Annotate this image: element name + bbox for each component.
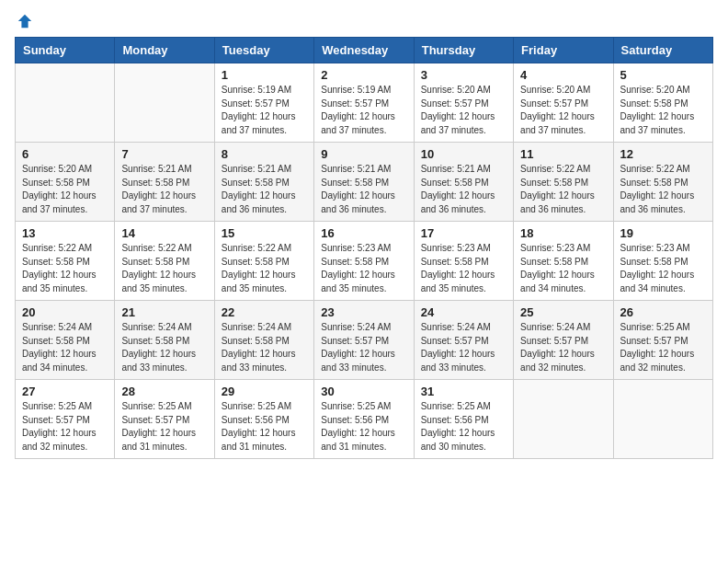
calendar-cell: 29Sunrise: 5:25 AM Sunset: 5:56 PM Dayli…: [214, 380, 313, 459]
day-number: 19: [620, 226, 706, 240]
day-number: 15: [222, 226, 307, 240]
day-detail: Sunrise: 5:24 AM Sunset: 5:58 PM Dayligh…: [121, 321, 207, 374]
calendar-week-row: 6Sunrise: 5:20 AM Sunset: 5:58 PM Daylig…: [16, 143, 713, 222]
calendar-cell: 6Sunrise: 5:20 AM Sunset: 5:58 PM Daylig…: [16, 143, 115, 222]
day-number: 22: [222, 305, 307, 319]
calendar-cell: 9Sunrise: 5:21 AM Sunset: 5:58 PM Daylig…: [314, 143, 414, 222]
calendar-cell: 14Sunrise: 5:22 AM Sunset: 5:58 PM Dayli…: [115, 222, 214, 301]
day-number: 10: [421, 147, 506, 161]
day-detail: Sunrise: 5:22 AM Sunset: 5:58 PM Dayligh…: [121, 242, 207, 295]
day-number: 7: [121, 147, 207, 161]
day-detail: Sunrise: 5:25 AM Sunset: 5:56 PM Dayligh…: [222, 400, 307, 454]
day-detail: Sunrise: 5:25 AM Sunset: 5:57 PM Dayligh…: [121, 400, 207, 454]
day-number: 27: [22, 385, 108, 398]
day-detail: Sunrise: 5:25 AM Sunset: 5:56 PM Dayligh…: [421, 400, 506, 454]
day-detail: Sunrise: 5:20 AM Sunset: 5:57 PM Dayligh…: [421, 84, 506, 137]
day-number: 6: [22, 147, 108, 161]
calendar-cell: 19Sunrise: 5:23 AM Sunset: 5:58 PM Dayli…: [613, 222, 712, 301]
logo-icon: [17, 13, 33, 29]
calendar-cell: 21Sunrise: 5:24 AM Sunset: 5:58 PM Dayli…: [115, 301, 214, 380]
day-detail: Sunrise: 5:21 AM Sunset: 5:58 PM Dayligh…: [321, 163, 406, 216]
calendar-cell: 28Sunrise: 5:25 AM Sunset: 5:57 PM Dayli…: [115, 380, 214, 459]
calendar-cell: [613, 380, 712, 459]
day-detail: Sunrise: 5:24 AM Sunset: 5:58 PM Dayligh…: [22, 321, 108, 374]
calendar-cell: 10Sunrise: 5:21 AM Sunset: 5:58 PM Dayli…: [414, 143, 513, 222]
day-detail: Sunrise: 5:20 AM Sunset: 5:58 PM Dayligh…: [620, 84, 706, 137]
day-detail: Sunrise: 5:21 AM Sunset: 5:58 PM Dayligh…: [421, 163, 506, 216]
day-detail: Sunrise: 5:22 AM Sunset: 5:58 PM Dayligh…: [620, 163, 706, 216]
day-detail: Sunrise: 5:22 AM Sunset: 5:58 PM Dayligh…: [520, 163, 606, 216]
calendar-cell: 26Sunrise: 5:25 AM Sunset: 5:57 PM Dayli…: [613, 301, 712, 380]
day-detail: Sunrise: 5:22 AM Sunset: 5:58 PM Dayligh…: [22, 242, 108, 295]
day-detail: Sunrise: 5:22 AM Sunset: 5:58 PM Dayligh…: [222, 242, 307, 295]
weekday-header-row: SundayMondayTuesdayWednesdayThursdayFrid…: [16, 38, 713, 63]
svg-marker-0: [18, 15, 31, 28]
weekday-header-monday: Monday: [115, 38, 214, 63]
day-detail: Sunrise: 5:25 AM Sunset: 5:57 PM Dayligh…: [22, 400, 108, 454]
day-detail: Sunrise: 5:23 AM Sunset: 5:58 PM Dayligh…: [421, 242, 506, 295]
day-number: 14: [121, 226, 207, 240]
calendar-cell: 16Sunrise: 5:23 AM Sunset: 5:58 PM Dayli…: [314, 222, 414, 301]
day-number: 24: [421, 305, 506, 319]
calendar-cell: 31Sunrise: 5:25 AM Sunset: 5:56 PM Dayli…: [414, 380, 513, 459]
day-number: 2: [321, 68, 406, 82]
calendar-cell: 22Sunrise: 5:24 AM Sunset: 5:58 PM Dayli…: [214, 301, 313, 380]
weekday-header-sunday: Sunday: [16, 38, 115, 63]
day-number: 16: [321, 226, 406, 240]
day-detail: Sunrise: 5:19 AM Sunset: 5:57 PM Dayligh…: [321, 84, 406, 137]
calendar-cell: 24Sunrise: 5:24 AM Sunset: 5:57 PM Dayli…: [414, 301, 513, 380]
day-number: 29: [222, 385, 307, 398]
calendar-week-row: 1Sunrise: 5:19 AM Sunset: 5:57 PM Daylig…: [16, 63, 713, 143]
day-detail: Sunrise: 5:20 AM Sunset: 5:58 PM Dayligh…: [22, 163, 108, 216]
calendar-cell: [115, 63, 214, 143]
day-detail: Sunrise: 5:23 AM Sunset: 5:58 PM Dayligh…: [520, 242, 606, 295]
day-detail: Sunrise: 5:21 AM Sunset: 5:58 PM Dayligh…: [121, 163, 207, 216]
calendar-cell: [16, 63, 115, 143]
day-detail: Sunrise: 5:24 AM Sunset: 5:57 PM Dayligh…: [321, 321, 406, 374]
weekday-header-friday: Friday: [514, 38, 613, 63]
calendar-cell: 13Sunrise: 5:22 AM Sunset: 5:58 PM Dayli…: [16, 222, 115, 301]
day-detail: Sunrise: 5:24 AM Sunset: 5:57 PM Dayligh…: [520, 321, 606, 374]
calendar-cell: 27Sunrise: 5:25 AM Sunset: 5:57 PM Dayli…: [16, 380, 115, 459]
day-number: 11: [520, 147, 606, 161]
day-number: 26: [620, 305, 706, 319]
day-detail: Sunrise: 5:24 AM Sunset: 5:58 PM Dayligh…: [222, 321, 307, 374]
calendar-week-row: 27Sunrise: 5:25 AM Sunset: 5:57 PM Dayli…: [16, 380, 713, 459]
calendar-cell: [514, 380, 613, 459]
weekday-header-tuesday: Tuesday: [214, 38, 313, 63]
day-detail: Sunrise: 5:23 AM Sunset: 5:58 PM Dayligh…: [321, 242, 406, 295]
calendar-cell: 15Sunrise: 5:22 AM Sunset: 5:58 PM Dayli…: [214, 222, 313, 301]
day-number: 1: [222, 68, 307, 82]
day-number: 25: [520, 305, 606, 319]
day-detail: Sunrise: 5:20 AM Sunset: 5:57 PM Dayligh…: [520, 84, 606, 137]
day-number: 12: [620, 147, 706, 161]
weekday-header-saturday: Saturday: [613, 38, 712, 63]
calendar-cell: 18Sunrise: 5:23 AM Sunset: 5:58 PM Dayli…: [514, 222, 613, 301]
calendar-cell: 23Sunrise: 5:24 AM Sunset: 5:57 PM Dayli…: [314, 301, 414, 380]
day-number: 4: [520, 68, 606, 82]
calendar-week-row: 13Sunrise: 5:22 AM Sunset: 5:58 PM Dayli…: [16, 222, 713, 301]
calendar-cell: 20Sunrise: 5:24 AM Sunset: 5:58 PM Dayli…: [16, 301, 115, 380]
calendar-cell: 8Sunrise: 5:21 AM Sunset: 5:58 PM Daylig…: [214, 143, 313, 222]
weekday-header-wednesday: Wednesday: [314, 38, 414, 63]
day-number: 20: [22, 305, 108, 319]
day-number: 31: [421, 385, 506, 398]
calendar-cell: 17Sunrise: 5:23 AM Sunset: 5:58 PM Dayli…: [414, 222, 513, 301]
day-detail: Sunrise: 5:25 AM Sunset: 5:56 PM Dayligh…: [321, 400, 406, 454]
day-detail: Sunrise: 5:21 AM Sunset: 5:58 PM Dayligh…: [222, 163, 307, 216]
calendar-table: SundayMondayTuesdayWednesdayThursdayFrid…: [15, 37, 713, 459]
calendar-cell: 3Sunrise: 5:20 AM Sunset: 5:57 PM Daylig…: [414, 63, 513, 143]
day-number: 9: [321, 147, 406, 161]
calendar-cell: 2Sunrise: 5:19 AM Sunset: 5:57 PM Daylig…: [314, 63, 414, 143]
day-detail: Sunrise: 5:24 AM Sunset: 5:57 PM Dayligh…: [421, 321, 506, 374]
day-number: 3: [421, 68, 506, 82]
day-number: 5: [620, 68, 706, 82]
day-number: 8: [222, 147, 307, 161]
day-number: 18: [520, 226, 606, 240]
day-detail: Sunrise: 5:23 AM Sunset: 5:58 PM Dayligh…: [620, 242, 706, 295]
day-number: 21: [121, 305, 207, 319]
calendar-week-row: 20Sunrise: 5:24 AM Sunset: 5:58 PM Dayli…: [16, 301, 713, 380]
day-detail: Sunrise: 5:19 AM Sunset: 5:57 PM Dayligh…: [222, 84, 307, 137]
day-number: 30: [321, 385, 406, 398]
day-number: 17: [421, 226, 506, 240]
